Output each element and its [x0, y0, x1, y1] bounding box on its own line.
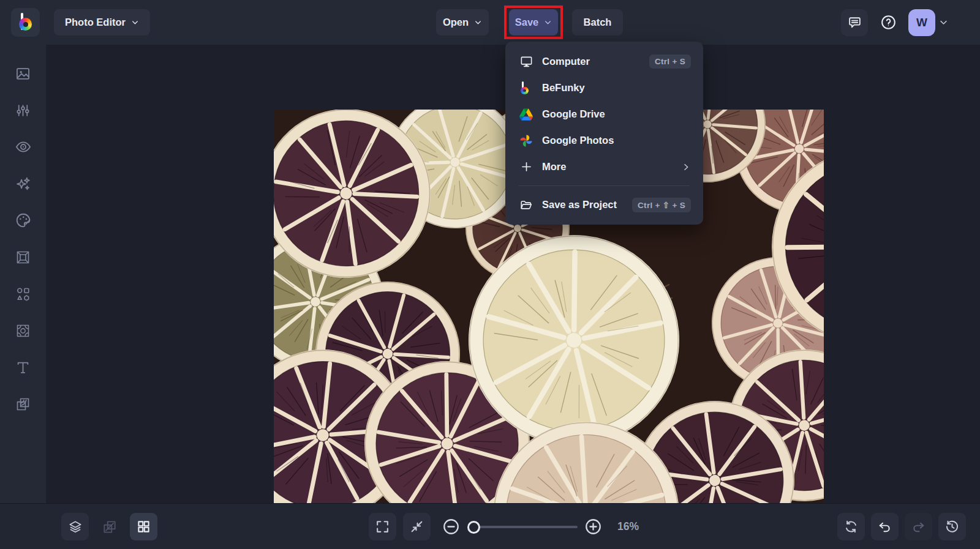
mode-selector-label: Photo Editor — [65, 17, 126, 28]
avatar[interactable]: W — [908, 9, 935, 36]
fullscreen-button[interactable] — [369, 513, 396, 540]
zoom-in-button[interactable] — [579, 513, 607, 540]
menu-item-google-photos[interactable]: More Google Photos — [505, 127, 703, 154]
zoom-slider[interactable] — [470, 513, 578, 540]
sliders-icon — [15, 102, 31, 119]
zoom-slider-track[interactable] — [470, 526, 578, 528]
shortcut-badge: Ctrl + ⇧ + S — [632, 198, 691, 212]
tools-sidebar — [0, 45, 46, 503]
chevron-down-icon[interactable] — [939, 18, 948, 27]
palette-icon — [15, 212, 32, 229]
bottombar: 16% — [0, 503, 980, 549]
redo-button[interactable] — [905, 513, 932, 540]
text-icon — [15, 359, 31, 376]
chevron-right-icon — [681, 162, 691, 172]
fit-to-screen-button[interactable] — [403, 513, 431, 540]
help-button[interactable] — [875, 9, 902, 36]
befunky-icon — [519, 81, 533, 95]
frame-icon — [15, 249, 31, 266]
befunky-logo[interactable] — [11, 8, 40, 37]
menu-item-label: Save as Project — [542, 199, 632, 211]
templates-grid-button[interactable] — [130, 513, 157, 540]
sidebar-item-effects[interactable] — [0, 165, 46, 202]
zoom-level-label: 16% — [617, 504, 639, 549]
overlays-icon — [15, 396, 31, 413]
sidebar-item-text[interactable] — [0, 349, 46, 386]
feedback-button[interactable] — [841, 9, 868, 36]
menu-item-google-drive[interactable]: Google Drive — [505, 101, 703, 127]
open-button-label: Open — [443, 17, 469, 28]
topbar-right-cluster: W — [841, 0, 948, 45]
menu-item-label: Google Drive — [542, 108, 691, 120]
help-icon — [880, 14, 897, 31]
batch-button[interactable]: Batch — [572, 9, 623, 35]
sidebar-item-overlays[interactable] — [0, 386, 46, 422]
menu-item-save-as-project[interactable]: Save as Project Ctrl + ⇧ + S — [505, 192, 703, 218]
shapes-icon — [15, 286, 31, 302]
eye-icon — [15, 138, 32, 155]
sidebar-item-graphics[interactable] — [0, 275, 46, 312]
shortcut-badge: Ctrl + S — [649, 54, 691, 69]
sidebar-item-frames[interactable] — [0, 239, 46, 275]
menu-item-label: Google Photos — [542, 135, 691, 146]
save-button[interactable]: Save — [509, 9, 558, 35]
avatar-initial: W — [916, 16, 927, 29]
texture-icon — [15, 323, 31, 339]
sidebar-item-touch-up[interactable] — [0, 129, 46, 165]
menu-divider — [519, 185, 690, 186]
menu-item-more[interactable]: More — [505, 154, 703, 180]
menu-item-befunky[interactable]: BeFunky — [505, 75, 703, 101]
grid-icon — [136, 519, 151, 534]
menu-item-label: BeFunky — [542, 82, 691, 94]
image-icon — [15, 65, 31, 82]
save-button-annotation: Save — [504, 6, 563, 39]
fit-to-screen-icon — [409, 519, 424, 534]
chevron-down-icon — [544, 18, 552, 26]
reset-icon — [843, 519, 859, 534]
canvas-resize-button[interactable] — [96, 513, 123, 540]
menu-item-label: More — [542, 161, 681, 173]
zoom-out-button[interactable] — [437, 513, 465, 540]
open-button[interactable]: Open — [436, 9, 489, 35]
sparkles-icon — [15, 175, 32, 192]
folder-icon — [519, 198, 533, 212]
save-dropdown-menu: Computer Ctrl + S BeFunky Google Drive — [505, 42, 703, 225]
plus-circle-icon — [584, 518, 602, 536]
fullscreen-icon — [375, 519, 390, 534]
menu-item-computer[interactable]: Computer Ctrl + S — [505, 48, 703, 75]
undo-button[interactable] — [871, 513, 899, 540]
chevron-down-icon — [474, 18, 482, 26]
sidebar-item-artsy[interactable] — [0, 202, 46, 239]
feedback-icon — [847, 15, 862, 30]
minus-circle-icon — [442, 518, 460, 536]
zoom-slider-handle[interactable] — [467, 521, 480, 534]
sidebar-item-textures[interactable] — [0, 312, 46, 349]
redo-icon — [911, 519, 926, 534]
reset-button[interactable] — [837, 513, 865, 540]
layers-button[interactable] — [61, 513, 89, 540]
topbar: Photo Editor Open Save Batch — [0, 0, 980, 45]
chevron-down-icon — [131, 18, 139, 26]
google-photos-icon — [519, 133, 533, 148]
history-button[interactable] — [938, 513, 966, 540]
sidebar-item-image-manager[interactable] — [0, 55, 46, 92]
layers-icon — [67, 519, 83, 535]
resize-icon — [102, 519, 118, 535]
batch-button-label: Batch — [584, 17, 612, 28]
save-button-label: Save — [515, 17, 539, 28]
plus-icon — [519, 160, 533, 174]
befunky-logo-wheel — [19, 18, 32, 31]
mode-selector-button[interactable]: Photo Editor — [54, 9, 150, 35]
menu-item-label: Computer — [542, 56, 649, 67]
monitor-icon — [519, 54, 533, 69]
sidebar-item-edit[interactable] — [0, 92, 46, 129]
history-icon — [944, 519, 960, 534]
google-drive-icon — [519, 107, 533, 122]
undo-icon — [877, 519, 892, 534]
